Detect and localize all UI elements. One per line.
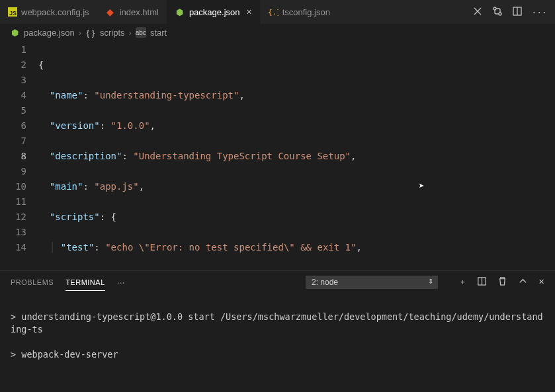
tab-label: package.json <box>189 7 240 17</box>
terminal-line: > understanding-typescript@1.0.0 start /… <box>11 311 544 336</box>
tab-package-json[interactable]: ⬢ package.json × <box>167 0 260 24</box>
compare-icon[interactable] <box>472 6 483 19</box>
svg-point-2 <box>499 13 501 15</box>
split-terminal-icon[interactable] <box>477 276 487 288</box>
terminal-task-selector[interactable]: 2: node ⇕ <box>306 276 438 289</box>
html-file-icon: ◆ <box>105 7 116 17</box>
code-editor[interactable]: 1 2 3 4 5 6 7 8 9 10 11 12 13 14 { "name… <box>0 41 555 270</box>
panel-tab-problems[interactable]: PROBLEMS <box>11 278 54 286</box>
close-panel-icon[interactable]: ✕ <box>538 278 544 286</box>
panel-tabbar: PROBLEMS TERMINAL ··· 2: node ⇕ ＋ ✕ <box>0 270 555 293</box>
chevron-right-icon: › <box>129 28 132 38</box>
tab-label: webpack.config.js <box>21 7 89 17</box>
terminal-output[interactable]: > understanding-typescript@1.0.0 start /… <box>0 293 555 392</box>
string-icon: abc <box>136 27 146 38</box>
more-icon[interactable]: ··· <box>532 7 547 17</box>
panel-tab-terminal[interactable]: TERMINAL <box>65 278 105 291</box>
split-editor-icon[interactable] <box>512 6 523 19</box>
braces-icon: { } <box>85 27 96 38</box>
tab-tsconfig[interactable]: {.} tsconfig.json <box>260 0 338 24</box>
breadcrumb[interactable]: ⬢ package.json › { } scripts › abc start <box>0 24 555 41</box>
svg-text:{.}: {.} <box>268 8 278 17</box>
tab-label: tsconfig.json <box>282 7 330 17</box>
js-file-icon: JS <box>8 7 17 17</box>
svg-point-1 <box>493 7 496 10</box>
git-compare-icon[interactable] <box>492 6 503 19</box>
new-terminal-icon[interactable]: ＋ <box>459 277 466 287</box>
npm-file-icon: ⬢ <box>175 7 185 17</box>
editor-tabbar: JS webpack.config.js ◆ index.html ⬢ pack… <box>0 0 555 24</box>
close-icon[interactable]: × <box>247 7 252 17</box>
ts-config-icon: {.} <box>268 7 278 17</box>
editor-actions: ··· <box>464 6 555 19</box>
breadcrumb-segment[interactable]: start <box>150 28 167 38</box>
npm-file-icon: ⬢ <box>9 27 20 38</box>
tab-webpack-config[interactable]: JS webpack.config.js <box>0 0 97 24</box>
chevron-up-icon[interactable] <box>518 276 528 288</box>
tab-index-html[interactable]: ◆ index.html <box>97 0 167 24</box>
terminal-line: > webpack-dev-server <box>11 348 544 361</box>
chevron-right-icon: › <box>79 28 81 38</box>
breadcrumb-file[interactable]: package.json <box>24 28 75 38</box>
more-icon[interactable]: ··· <box>117 277 125 288</box>
terminal-line <box>11 373 544 386</box>
line-number-gutter: 1 2 3 4 5 6 7 8 9 10 11 12 13 14 <box>0 42 38 270</box>
chevron-updown-icon: ⇕ <box>428 278 433 285</box>
trash-icon[interactable] <box>497 276 507 288</box>
panel-actions: ＋ ✕ <box>459 276 544 288</box>
breadcrumb-segment[interactable]: scripts <box>100 28 125 38</box>
task-selector-value: 2: node <box>312 278 338 287</box>
tab-label: index.html <box>120 7 159 17</box>
code-area[interactable]: { "name": "understanding-typescript", "v… <box>38 42 555 270</box>
